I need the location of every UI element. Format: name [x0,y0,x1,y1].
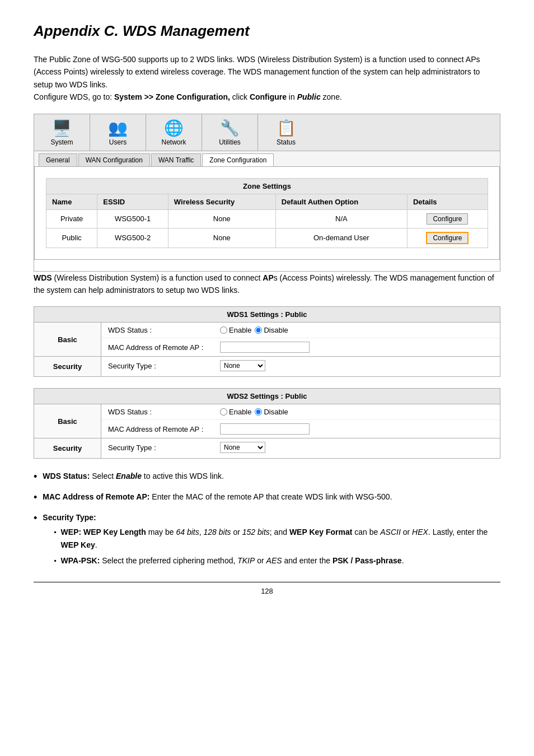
wds2-title: WDS2 Settings : Public [34,389,500,404]
wds2-disable-label[interactable]: Disable [255,408,288,416]
page-number: 128 [34,582,500,595]
wds2-enable-radio[interactable] [220,408,227,416]
wds2-mac-value [220,423,493,435]
wds1-security-select[interactable]: None WEP WPA-PSK [220,360,265,371]
sub-tabs: General WAN Configuration WAN Traffic Zo… [34,151,500,167]
wds1-enable-label[interactable]: Enable [220,326,251,334]
sub-bullet-list: WEP: WEP Key Length may be 64 bits, 128 … [43,526,500,567]
wds1-status-value: Enable Disable [220,326,493,334]
wds1-security-type-field: Security Type : None WEP WPA-PSK [101,357,500,375]
wds2-security-label: Security [34,438,101,458]
sub-tab-wan-traffic[interactable]: WAN Traffic [151,153,201,166]
wds2-status-field: WDS Status : Enable Disable [101,404,500,420]
wds2-mac-input[interactable] [220,423,310,435]
row-private-name: Private [46,209,97,228]
bullet-wds-status-text: WDS Status: Select Enable to active this… [43,470,224,482]
wds2-security-content: Security Type : None WEP WPA-PSK [101,438,500,458]
wds1-mac-input[interactable] [220,342,310,353]
wds2-basic-row: Basic WDS Status : Enable Disable [34,404,500,438]
zone-settings-table: Zone Settings Name ESSID Wireless Securi… [46,178,488,248]
status-icon: 📋 [277,119,296,137]
wds1-mac-label: MAC Address of Remote AP : [108,343,220,352]
wds1-security-label: Security [34,357,101,376]
bullet-mac-address: MAC Address of Remote AP: Enter the MAC … [34,491,500,506]
wds2-disable-radio[interactable] [255,408,262,416]
nav-tab-status-label: Status [277,138,296,146]
wds1-basic-content: WDS Status : Enable Disable [101,323,500,356]
network-icon: 🌐 [164,119,184,137]
nav-tab-system[interactable]: 🖥️ System [34,114,90,151]
system-icon: 🖥️ [52,119,72,137]
col-header-wireless-security: Wireless Security [168,194,275,209]
wds1-security-row: Security Security Type : None WEP WPA-PS… [34,357,500,376]
bullet-security-text: Security Type: WEP: WEP Key Length may b… [43,511,500,571]
nav-container: 🖥️ System 👥 Users 🌐 Network 🔧 Utilities … [34,114,500,272]
col-header-essid: ESSID [97,194,168,209]
wds1-enable-radio[interactable] [220,326,227,334]
wds2-security-type-field: Security Type : None WEP WPA-PSK [101,438,500,456]
sub-bullet-wep-text: WEP: WEP Key Length may be 64 bits, 128 … [61,526,500,551]
wds2-settings: WDS2 Settings : Public Basic WDS Status … [34,388,500,459]
wds2-basic-label: Basic [34,404,101,438]
sub-bullet-wep: WEP: WEP Key Length may be 64 bits, 128 … [54,526,500,551]
wds2-mac-field: MAC Address of Remote AP : [101,420,500,438]
configure-public-button[interactable]: Configure [426,232,469,244]
wds2-security-row: Security Security Type : None WEP WPA-PS… [34,438,500,458]
wds1-title: WDS1 Settings : Public [34,307,500,323]
wds1-security-type-value: None WEP WPA-PSK [220,360,493,371]
bullet-list: WDS Status: Select Enable to active this… [34,470,500,570]
col-header-name: Name [46,194,97,209]
wds2-basic-content: WDS Status : Enable Disable [101,404,500,438]
sub-bullet-wpa: WPA-PSK: Select the preferred ciphering … [54,554,500,567]
wds2-security-type-value: None WEP WPA-PSK [220,442,493,453]
utilities-icon: 🔧 [220,119,240,137]
zone-settings-title: Zone Settings [46,178,488,194]
wds2-status-value: Enable Disable [220,408,493,416]
nav-tab-status[interactable]: 📋 Status [258,114,314,151]
row-public-authen: On-demand User [275,228,407,248]
nav-tab-system-label: System [50,138,73,146]
wds1-basic-label: Basic [34,323,101,356]
nav-tab-utilities[interactable]: 🔧 Utilities [202,114,258,151]
wds2-status-radio-group: Enable Disable [220,408,288,416]
nav-tabs: 🖥️ System 👥 Users 🌐 Network 🔧 Utilities … [34,114,500,151]
users-icon: 👥 [108,119,128,137]
sub-tab-zone-config[interactable]: Zone Configuration [202,153,274,166]
sub-tab-general[interactable]: General [39,153,77,166]
wds1-mac-value [220,342,493,353]
col-header-authen: Default Authen Option [275,194,407,209]
row-public-configure: Configure [407,228,488,248]
row-public-essid: WSG500-2 [97,228,168,248]
nav-tab-users-label: Users [109,138,127,146]
wds1-security-type-label: Security Type : [108,362,220,370]
wds1-disable-label[interactable]: Disable [255,326,288,334]
sub-tab-wan-config[interactable]: WAN Configuration [78,153,150,166]
intro-paragraph: The Public Zone of WSG-500 supports up t… [34,53,500,104]
wds1-security-content: Security Type : None WEP WPA-PSK [101,357,500,376]
row-private-essid: WSG500-1 [97,209,168,228]
wds1-basic-row: Basic WDS Status : Enable Disable [34,323,500,357]
row-public-name: Public [46,228,97,248]
wds1-status-label: WDS Status : [108,326,220,334]
wds1-disable-radio[interactable] [255,326,262,334]
wds2-mac-label: MAC Address of Remote AP : [108,425,220,433]
nav-tab-network[interactable]: 🌐 Network [146,114,202,151]
configure-private-button[interactable]: Configure [427,213,468,225]
nav-tab-users[interactable]: 👥 Users [90,114,146,151]
wds1-status-field: WDS Status : Enable Disable [101,323,500,338]
table-row: Public WSG500-2 None On-demand User Conf… [46,228,488,248]
wds-description: WDS (Wireless Distribution System) is a … [34,272,500,297]
wds1-mac-field: MAC Address of Remote AP : [101,338,500,356]
row-private-configure: Configure [407,209,488,228]
wds2-status-label: WDS Status : [108,408,220,416]
bullet-wds-status: WDS Status: Select Enable to active this… [34,470,500,485]
bullet-mac-text: MAC Address of Remote AP: Enter the MAC … [43,491,392,503]
row-private-security: None [168,209,275,228]
wds2-enable-label[interactable]: Enable [220,408,251,416]
bullet-security-type: Security Type: WEP: WEP Key Length may b… [34,511,500,571]
wds2-security-select[interactable]: None WEP WPA-PSK [220,442,265,453]
nav-tab-network-label: Network [161,138,186,146]
wds2-security-type-label: Security Type : [108,444,220,452]
table-row: Private WSG500-1 None N/A Configure [46,209,488,228]
wds1-status-radio-group: Enable Disable [220,326,288,334]
